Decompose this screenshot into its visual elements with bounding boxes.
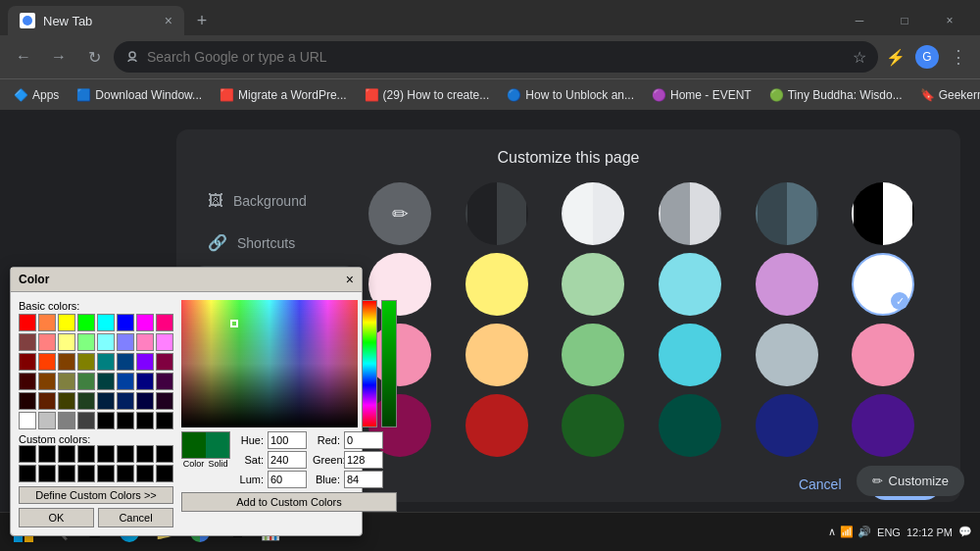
swatch-dark-purple[interactable]: [156, 373, 173, 390]
swatch-dark-teal[interactable]: [97, 373, 115, 390]
color-periwinkle[interactable]: [756, 324, 818, 386]
tab-close-button[interactable]: ×: [165, 13, 172, 28]
color-white-selected[interactable]: ✓: [852, 253, 914, 316]
clock[interactable]: 12:12 PM: [906, 526, 953, 538]
sat-input[interactable]: [268, 451, 307, 469]
swatch-darkest-red[interactable]: [19, 392, 36, 410]
swatch-light-green[interactable]: [77, 333, 95, 351]
lum-input[interactable]: [268, 471, 307, 488]
swatch-light-magenta[interactable]: [156, 333, 173, 351]
profile-icon[interactable]: G: [913, 43, 941, 71]
hue-slider[interactable]: [362, 300, 377, 427]
red-input[interactable]: [344, 431, 383, 449]
color-purple[interactable]: [852, 394, 914, 457]
sidebar-item-shortcuts[interactable]: 🔗 Shortcuts: [196, 224, 353, 262]
custom-swatch-2[interactable]: [38, 445, 56, 463]
swatch-black2[interactable]: [117, 412, 134, 429]
custom-swatch-9[interactable]: [19, 465, 36, 482]
swatch-cyan[interactable]: [97, 314, 115, 331]
color-forest[interactable]: [562, 394, 624, 457]
swatch-light-pink[interactable]: [136, 333, 154, 351]
hue-input[interactable]: [268, 431, 307, 449]
refresh-button[interactable]: ↻: [78, 41, 110, 73]
swatch-dark-blue[interactable]: [117, 353, 134, 371]
bookmark-migrate[interactable]: 🟥 Migrate a WordPre...: [214, 86, 352, 104]
define-custom-colors-button[interactable]: Define Custom Colors >>: [19, 486, 173, 504]
swatch-pink[interactable]: [156, 314, 173, 331]
custom-swatch-7[interactable]: [136, 445, 154, 463]
swatch-black[interactable]: [97, 412, 115, 429]
color-pencil[interactable]: ✏: [368, 182, 431, 245]
tray-chevron[interactable]: ∧: [828, 526, 836, 538]
menu-icon[interactable]: ⋮: [945, 43, 972, 71]
swatch-light-yellow[interactable]: [58, 333, 75, 351]
swatch-black4[interactable]: [156, 412, 173, 429]
custom-swatch-1[interactable]: [19, 445, 36, 463]
bookmark-home-event[interactable]: 🟣 Home - EVENT: [646, 86, 758, 104]
color-yellow-light[interactable]: [466, 253, 528, 316]
swatch-light-blue[interactable]: [117, 333, 134, 351]
network-icon[interactable]: 📶: [840, 526, 854, 538]
swatch-darkest-purple[interactable]: [156, 392, 173, 410]
forward-button[interactable]: →: [43, 41, 74, 73]
color-red[interactable]: [466, 394, 528, 457]
custom-swatch-5[interactable]: [97, 445, 115, 463]
swatch-maroon[interactable]: [19, 353, 36, 371]
color-lavender-light[interactable]: [756, 253, 818, 316]
swatch-dark-red[interactable]: [19, 333, 36, 351]
color-grey-half[interactable]: [659, 182, 721, 245]
color-teal-half[interactable]: [756, 182, 818, 245]
active-tab[interactable]: New Tab ×: [8, 6, 184, 35]
custom-swatch-16[interactable]: [156, 465, 173, 482]
color-picker-close-button[interactable]: ×: [346, 272, 354, 287]
bookmark-unblock[interactable]: 🔵 How to Unblock an...: [501, 86, 640, 104]
swatch-dark-olive[interactable]: [58, 373, 75, 390]
color-sky[interactable]: [659, 324, 721, 386]
address-bar[interactable]: ☆: [114, 41, 878, 73]
bookmark-tiny-buddha[interactable]: 🟢 Tiny Buddha: Wisdo...: [763, 86, 908, 104]
swatch-navy[interactable]: [136, 373, 154, 390]
bookmark-geekermag[interactable]: 🔖 Geekermag: [914, 86, 980, 104]
swatch-dark-gray[interactable]: [77, 412, 95, 429]
swatch-purple-dark[interactable]: [156, 353, 173, 371]
custom-swatch-12[interactable]: [77, 465, 95, 482]
custom-swatch-11[interactable]: [58, 465, 75, 482]
new-tab-button[interactable]: +: [188, 7, 216, 34]
swatch-yellow[interactable]: [58, 314, 75, 331]
custom-swatch-4[interactable]: [77, 445, 95, 463]
cancel-button[interactable]: Cancel: [779, 469, 861, 500]
color-cyan-light[interactable]: [659, 253, 721, 316]
swatch-red[interactable]: [19, 314, 36, 331]
color-ok-button[interactable]: OK: [19, 508, 94, 527]
swatch-light-red[interactable]: [38, 333, 56, 351]
bookmark-apps[interactable]: 🔷 Apps: [8, 86, 65, 104]
keyboard-layout[interactable]: ENG: [877, 526, 901, 538]
swatch-dark-brown[interactable]: [38, 392, 56, 410]
bookmark-download[interactable]: 🟦 Download Window...: [71, 86, 208, 104]
custom-swatch-3[interactable]: [58, 445, 75, 463]
bookmark-29[interactable]: 🟥 (29) How to create...: [359, 86, 496, 104]
swatch-violet[interactable]: [136, 353, 154, 371]
swatch-darkest-olive[interactable]: [58, 392, 75, 410]
color-spectrum[interactable]: [181, 300, 358, 427]
maximize-button[interactable]: □: [882, 3, 927, 38]
notification-icon[interactable]: 💬: [958, 526, 972, 538]
swatch-brown2[interactable]: [38, 373, 56, 390]
color-cancel-button[interactable]: Cancel: [98, 508, 173, 527]
color-dark-teal[interactable]: [659, 394, 721, 457]
back-button[interactable]: ←: [8, 41, 39, 73]
bookmark-star-icon[interactable]: ☆: [853, 48, 866, 67]
color-sage[interactable]: [562, 324, 624, 386]
swatch-dark-green[interactable]: [77, 373, 95, 390]
search-input[interactable]: [147, 49, 845, 65]
swatch-gray[interactable]: [58, 412, 75, 429]
sound-icon[interactable]: 🔊: [858, 526, 871, 538]
sidebar-item-background[interactable]: 🖼 Background: [196, 182, 353, 220]
blue-input[interactable]: [344, 471, 383, 488]
swatch-olive[interactable]: [77, 353, 95, 371]
swatch-light-cyan[interactable]: [97, 333, 115, 351]
custom-swatch-13[interactable]: [97, 465, 115, 482]
color-dark-half[interactable]: [466, 182, 528, 245]
custom-swatch-14[interactable]: [117, 465, 134, 482]
custom-swatch-15[interactable]: [136, 465, 154, 482]
